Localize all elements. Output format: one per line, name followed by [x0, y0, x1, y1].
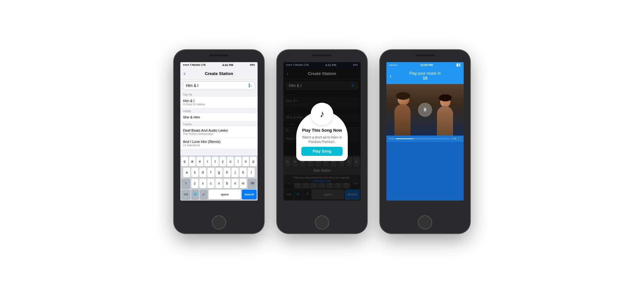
key-delete[interactable]: ⌫: [248, 179, 257, 188]
phone-3: ●●●●● 12:00 PM ▐▌▌ ‹ Play your music in …: [380, 50, 470, 233]
key-r[interactable]: r: [204, 157, 211, 166]
key-g[interactable]: g: [215, 168, 223, 177]
phone-1-nav-bar: ‹ Create Station: [180, 68, 258, 80]
pause-icon: ⏸: [422, 107, 428, 113]
key-p[interactable]: p: [250, 157, 257, 166]
key-m[interactable]: m: [240, 179, 247, 188]
key-u[interactable]: u: [227, 157, 234, 166]
phone-1-back-btn[interactable]: ‹: [184, 70, 185, 77]
phone-1-search-box[interactable]: Him & I ×: [183, 81, 255, 90]
key-f[interactable]: f: [207, 168, 214, 177]
list-item[interactable]: She & Him: [180, 113, 258, 121]
key-d[interactable]: d: [199, 168, 206, 177]
key-x[interactable]: x: [199, 179, 206, 188]
list-item[interactable]: And I Love Him (Remix) Ltj Xperience: [180, 138, 258, 149]
phone-1-carrier: ●●●● T-Mobile LTE: [183, 63, 206, 66]
phone-3-battery: ▐▌▌: [456, 63, 461, 66]
phone-3-player-nav: ‹ Play your music in 15: [386, 68, 464, 84]
key-l[interactable]: l: [248, 168, 255, 177]
person-left-silhouette: [393, 94, 419, 136]
modal-subtitle: Watch a short ad to listen in Pandora Pr…: [301, 135, 343, 144]
phone-1-search-text: Him & I: [186, 83, 249, 88]
result-name: Deaf Beats And Audio Leeks: [183, 128, 255, 132]
key-h[interactable]: h: [223, 168, 231, 177]
search-button[interactable]: Search: [242, 190, 257, 199]
progress-track[interactable]: [395, 138, 450, 139]
key-space[interactable]: space: [209, 190, 241, 199]
phone-1-status-bar: ●●●● T-Mobile LTE 4:41 PM 94%: [180, 62, 258, 68]
fullscreen-icon[interactable]: ⛶: [458, 137, 461, 140]
result-sub: The Polish Ambassador: [183, 132, 255, 136]
progress-time-end: 0:30: [451, 137, 457, 140]
phone-1-section-top-hit: Top Hit: [180, 92, 258, 97]
phone-2-home-btn[interactable]: [315, 215, 329, 230]
progress-fill: [395, 138, 413, 139]
phone-3-progress-bar: 0:12 0:30 ⛶: [386, 136, 464, 142]
phone-2-modal-overlay: ♪ Play This Song Now Watch a short ad to…: [283, 62, 361, 201]
key-q[interactable]: q: [181, 157, 188, 166]
key-b[interactable]: b: [223, 179, 231, 188]
phone-3-dots: ●●●●●: [389, 64, 397, 66]
progress-time-start: 0:12: [389, 137, 394, 140]
phone-3-time: 12:00 PM: [420, 63, 433, 67]
person-right-silhouette: [436, 97, 459, 136]
result-sub: G-Eazy & Halsey: [183, 103, 255, 106]
key-k[interactable]: k: [240, 168, 247, 177]
phone-3-nav-content: Play your music in 15: [409, 71, 440, 80]
phone-1-battery: 94%: [250, 63, 255, 66]
phone-2-screen: ●●●● T-Mobile LTE 4:41 PM 94% ‹ Create S…: [283, 62, 361, 201]
modal-music-icon: ♪: [311, 103, 333, 125]
key-j[interactable]: j: [232, 168, 239, 177]
phone-1-clear-btn[interactable]: ×: [250, 83, 252, 88]
result-name: And I Love Him (Remix): [183, 140, 255, 144]
play-song-button[interactable]: Play Song: [301, 147, 343, 156]
play-song-modal: ♪ Play This Song Now Watch a short ad to…: [296, 111, 348, 161]
phone-3-nav-title-line2: 15: [409, 76, 440, 80]
key-c[interactable]: c: [207, 179, 214, 188]
key-z[interactable]: z: [191, 179, 198, 188]
phone-1-keyboard: q w e r t y u i o p a s d f g h j k l: [180, 156, 258, 201]
phone-1-nav-title: Create Station: [205, 71, 233, 76]
phone-3-home-btn[interactable]: [418, 215, 432, 230]
key-i[interactable]: i: [235, 157, 242, 166]
key-v[interactable]: v: [215, 179, 223, 188]
phone-3-nav-title-line1: Play your music in: [409, 71, 440, 76]
phone-3-status-bar: ●●●●● 12:00 PM ▐▌▌: [386, 62, 464, 68]
key-globe[interactable]: 🌐: [191, 190, 199, 199]
phone-1-section-artists: Artists: [180, 108, 258, 113]
list-item[interactable]: Deaf Beats And Audio Leeks The Polish Am…: [180, 127, 258, 138]
key-shift[interactable]: ⇧: [181, 179, 190, 188]
key-123[interactable]: 123: [181, 190, 190, 199]
key-row-3: ⇧ z x c v b n m ⌫: [181, 179, 257, 188]
phone-1: ●●●● T-Mobile LTE 4:41 PM 94% ‹ Create S…: [174, 50, 264, 233]
phone-3-screen: ●●●●● 12:00 PM ▐▌▌ ‹ Play your music in …: [386, 62, 464, 201]
result-name: Him & I: [183, 99, 255, 103]
phone-3-player-body: [386, 142, 464, 201]
pause-button[interactable]: ⏸: [418, 103, 432, 117]
phone-2: ●●●● T-Mobile LTE 4:41 PM 94% ‹ Create S…: [277, 50, 367, 233]
phone-1-time: 4:41 PM: [222, 63, 233, 67]
key-s[interactable]: s: [191, 168, 198, 177]
key-row-2: a s d f g h j k l: [181, 168, 257, 177]
key-o[interactable]: o: [242, 157, 249, 166]
key-w[interactable]: w: [189, 157, 196, 166]
phone-1-search-row: Him & I ×: [180, 80, 258, 92]
modal-title: Play This Song Now: [302, 128, 342, 133]
phone-1-home-btn[interactable]: [212, 215, 226, 230]
phone-1-section-tracks: Tracks: [180, 121, 258, 127]
phone-3-back-btn[interactable]: ‹: [390, 72, 392, 79]
key-a[interactable]: a: [183, 168, 190, 177]
phone-3-player-image: ⏸: [386, 84, 464, 136]
key-mic[interactable]: 🎤: [200, 190, 208, 199]
music-note-icon: ♪: [320, 109, 324, 119]
key-row-4: 123 🌐 🎤 space Search: [181, 190, 257, 199]
result-name: She & Him: [183, 115, 255, 119]
key-e[interactable]: e: [196, 157, 203, 166]
key-row-1: q w e r t y u i o p: [181, 157, 257, 166]
list-item[interactable]: Him & I G-Eazy & Halsey: [180, 97, 258, 108]
phone-1-screen: ●●●● T-Mobile LTE 4:41 PM 94% ‹ Create S…: [180, 62, 258, 201]
key-y[interactable]: y: [220, 157, 226, 166]
phone-1-results: Top Hit Him & I G-Eazy & Halsey Artists …: [180, 92, 258, 156]
key-n[interactable]: n: [232, 179, 239, 188]
key-t[interactable]: t: [212, 157, 219, 166]
